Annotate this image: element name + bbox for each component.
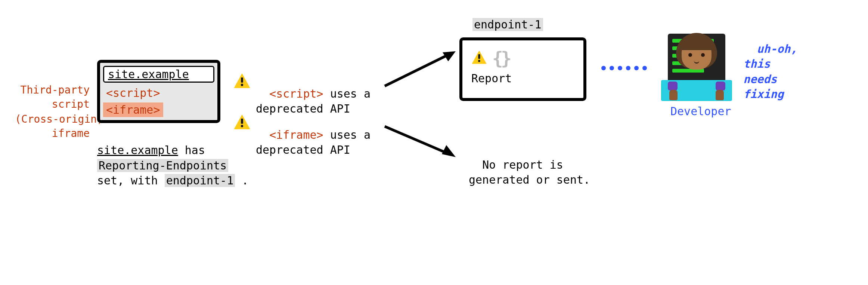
endpoint-window: {} Report [459,37,586,101]
warning-icon-script [233,73,251,91]
no-report-text: No report is generated or sent. [469,142,590,188]
warning-icon-iframe [233,114,251,132]
url-bar: site.example [103,66,214,83]
report-label: Report [471,72,574,85]
svg-marker-7 [442,145,456,157]
label-cross-origin-iframe: (Cross-origin) iframe [15,112,90,141]
endpoint-name-label: endpoint-1 [472,18,543,31]
browser-window: site.example <script> <iframe> [97,60,220,123]
svg-point-2 [241,84,243,86]
svg-point-10 [478,60,480,62]
svg-rect-9 [478,54,480,59]
label-third-party-script: Third-party script [15,83,90,111]
caption-endpoint: endpoint-1 [165,174,235,187]
svg-rect-4 [241,119,243,124]
developer-thought: uh-oh, this needs fixing [743,26,797,102]
script-tag: <script> [103,86,214,100]
warning-text-script: <script> uses a deprecated API [256,71,371,117]
warning-text-iframe: <iframe> uses a deprecated API [256,112,371,158]
caption-site: site.example [97,144,178,157]
arrow-to-endpoint [383,49,458,92]
developer-label: Developer [670,105,731,118]
iframe-tag: <iframe> [103,102,163,117]
svg-rect-1 [241,77,243,83]
report-braces-icon: {} [492,48,509,69]
warning-icon-report [471,50,487,67]
dotted-connector [601,66,647,70]
arrow-to-no-report [383,123,458,163]
developer-illustration [661,30,732,101]
browser-caption: site.example has Reporting-Endpoints set… [97,143,254,189]
caption-header: Reporting-Endpoints [97,159,228,172]
svg-point-5 [241,125,243,127]
